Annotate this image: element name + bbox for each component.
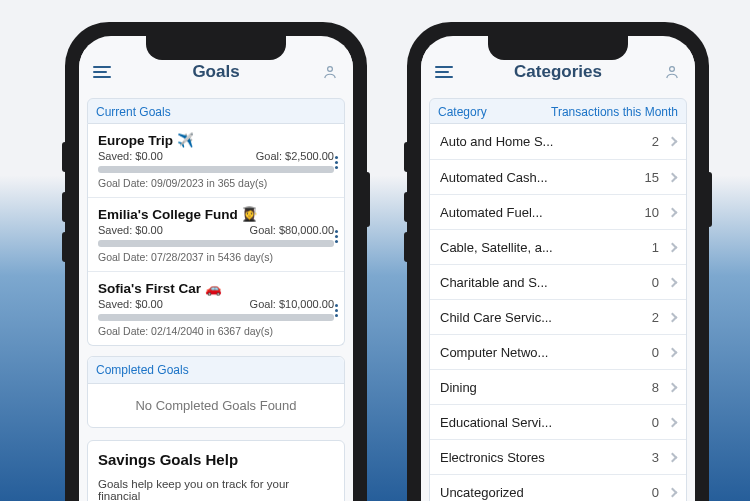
category-count: 15 (645, 170, 659, 185)
categories-list: Auto and Home S... 2 Automated Cash... 1… (429, 124, 687, 501)
category-name: Automated Cash... (440, 170, 645, 185)
chevron-right-icon (668, 382, 678, 392)
content-categories: Category Transactions this Month Auto an… (421, 94, 695, 501)
category-count: 1 (652, 240, 659, 255)
category-name: Dining (440, 380, 652, 395)
category-name: Electronics Stores (440, 450, 652, 465)
category-count: 0 (652, 485, 659, 500)
goal-progress-bar (98, 166, 334, 173)
completed-goals-empty: No Completed Goals Found (88, 384, 344, 427)
completed-goals-header: Completed Goals (88, 357, 344, 384)
kebab-icon[interactable] (331, 152, 342, 173)
category-row[interactable]: Charitable and S... 0 (430, 264, 686, 299)
goal-saved: Saved: $0.00 (98, 224, 163, 236)
category-name: Computer Netwo... (440, 345, 652, 360)
chevron-right-icon (668, 347, 678, 357)
chevron-right-icon (668, 312, 678, 322)
category-row[interactable]: Automated Cash... 15 (430, 159, 686, 194)
goal-date: Goal Date: 02/14/2040 in 6367 day(s) (98, 325, 334, 337)
goal-item[interactable]: Emilia's College Fund 👩‍🎓 Saved: $0.00 G… (88, 197, 344, 271)
notch (146, 36, 286, 60)
category-name: Educational Servi... (440, 415, 652, 430)
category-count: 0 (652, 415, 659, 430)
category-name: Charitable and S... (440, 275, 652, 290)
goal-progress-bar (98, 314, 334, 321)
category-count: 3 (652, 450, 659, 465)
col-category: Category (438, 105, 487, 119)
menu-icon[interactable] (435, 66, 453, 78)
category-name: Cable, Satellite, a... (440, 240, 652, 255)
chevron-right-icon (668, 137, 678, 147)
goal-title: Europe Trip ✈️ (98, 132, 334, 148)
category-count: 2 (652, 310, 659, 325)
category-row[interactable]: Automated Fuel... 10 (430, 194, 686, 229)
phone-goals: Goals Current Goals Europe Trip ✈️ Saved… (65, 22, 367, 501)
category-count: 8 (652, 380, 659, 395)
goal-title: Sofia's First Car 🚗 (98, 280, 334, 296)
category-row[interactable]: Child Care Servic... 2 (430, 299, 686, 334)
goal-target: Goal: $80,000.00 (250, 224, 334, 236)
content-goals: Current Goals Europe Trip ✈️ Saved: $0.0… (79, 94, 353, 501)
help-card: Savings Goals Help Goals help keep you o… (87, 440, 345, 501)
page-title: Goals (192, 62, 239, 82)
profile-icon[interactable] (663, 63, 681, 81)
current-goals-list: Europe Trip ✈️ Saved: $0.00 Goal: $2,500… (87, 124, 345, 346)
chevron-right-icon (668, 242, 678, 252)
goal-item[interactable]: Europe Trip ✈️ Saved: $0.00 Goal: $2,500… (88, 124, 344, 197)
goal-target: Goal: $10,000.00 (250, 298, 334, 310)
page-title: Categories (514, 62, 602, 82)
menu-icon[interactable] (93, 66, 111, 78)
category-name: Auto and Home S... (440, 134, 652, 149)
goal-saved: Saved: $0.00 (98, 298, 163, 310)
kebab-icon[interactable] (331, 300, 342, 321)
category-row[interactable]: Dining 8 (430, 369, 686, 404)
col-transactions: Transactions this Month (551, 105, 678, 119)
screen-categories: Categories Category Transactions this Mo… (421, 36, 695, 501)
chevron-right-icon (668, 172, 678, 182)
profile-icon[interactable] (321, 63, 339, 81)
svg-point-1 (670, 67, 675, 72)
goal-title: Emilia's College Fund 👩‍🎓 (98, 206, 334, 222)
category-row[interactable]: Computer Netwo... 0 (430, 334, 686, 369)
category-count: 0 (652, 345, 659, 360)
goal-saved: Saved: $0.00 (98, 150, 163, 162)
help-text: Goals help keep you on track for your fi… (98, 478, 334, 501)
category-count: 0 (652, 275, 659, 290)
category-count: 2 (652, 134, 659, 149)
category-count: 10 (645, 205, 659, 220)
category-row[interactable]: Uncategorized 0 (430, 474, 686, 501)
chevron-right-icon (668, 207, 678, 217)
goal-item[interactable]: Sofia's First Car 🚗 Saved: $0.00 Goal: $… (88, 271, 344, 345)
kebab-icon[interactable] (331, 226, 342, 247)
phone-categories: Categories Category Transactions this Mo… (407, 22, 709, 501)
chevron-right-icon (668, 417, 678, 427)
completed-goals-card: Completed Goals No Completed Goals Found (87, 356, 345, 428)
categories-header-row: Category Transactions this Month (429, 98, 687, 124)
category-row[interactable]: Cable, Satellite, a... 1 (430, 229, 686, 264)
chevron-right-icon (668, 452, 678, 462)
help-title: Savings Goals Help (98, 451, 334, 468)
category-row[interactable]: Electronics Stores 3 (430, 439, 686, 474)
chevron-right-icon (668, 277, 678, 287)
category-row[interactable]: Auto and Home S... 2 (430, 124, 686, 159)
category-name: Child Care Servic... (440, 310, 652, 325)
screen-goals: Goals Current Goals Europe Trip ✈️ Saved… (79, 36, 353, 501)
chevron-right-icon (668, 487, 678, 497)
goal-target: Goal: $2,500.00 (256, 150, 334, 162)
notch (488, 36, 628, 60)
goal-progress-bar (98, 240, 334, 247)
current-goals-header: Current Goals (87, 98, 345, 124)
category-name: Automated Fuel... (440, 205, 645, 220)
goal-date: Goal Date: 07/28/2037 in 5436 day(s) (98, 251, 334, 263)
category-name: Uncategorized (440, 485, 652, 500)
goal-date: Goal Date: 09/09/2023 in 365 day(s) (98, 177, 334, 189)
category-row[interactable]: Educational Servi... 0 (430, 404, 686, 439)
svg-point-0 (328, 67, 333, 72)
